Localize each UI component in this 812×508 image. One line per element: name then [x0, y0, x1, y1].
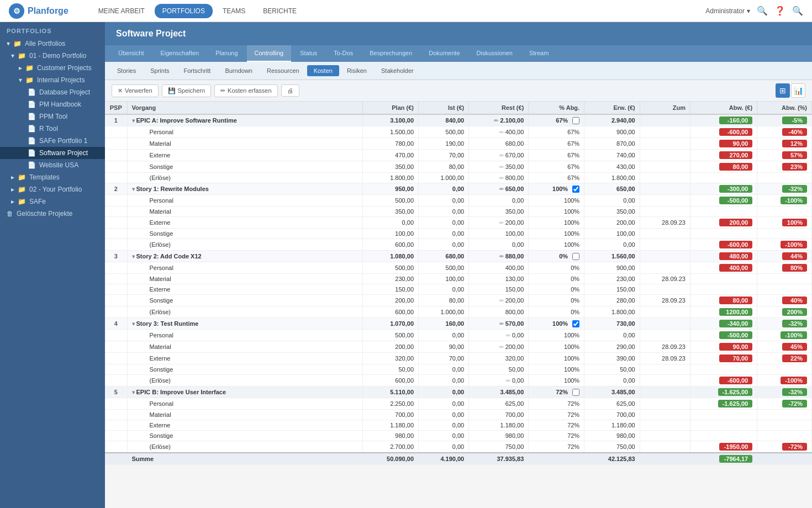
sidebar-item-02-your-portfolio[interactable]: ▸ 📁 02 - Your Portfolio	[0, 183, 105, 195]
tab-diskussionen[interactable]: Diskussionen	[469, 45, 520, 62]
erw-cell: 390,00	[584, 353, 640, 364]
pct-cell: 0%	[529, 306, 584, 318]
abw-pct-badge: -72%	[782, 400, 807, 408]
sidebar-item-pm-handbook[interactable]: 📄 PM Handbook	[0, 98, 105, 110]
rest-cell: 800,00	[469, 306, 529, 318]
total-zum	[640, 453, 690, 465]
erw-cell: 625,00	[584, 398, 640, 410]
completion-checkbox[interactable]	[572, 186, 579, 193]
abw-pct-badge: -32%	[782, 185, 807, 193]
sidebar-item-deleted[interactable]: 🗑 Gelöschte Projekte	[0, 208, 105, 220]
pct-cell: 0%	[529, 284, 584, 295]
vorgang-cell: ▾ Story 1: Rewrite Modules	[127, 183, 363, 195]
vorgang-cell: Personal	[127, 262, 363, 274]
subtab-burndown[interactable]: Burndown	[218, 65, 259, 76]
rest-cell: 0,00	[469, 239, 529, 251]
rest-cell: ✏ 0,00	[469, 375, 529, 387]
tab-ubersicht[interactable]: Übersicht	[110, 45, 151, 62]
sidebar-item-safe-portfolio-1[interactable]: 📄 SAFe Portfolio 1	[0, 135, 105, 147]
verwerfen-button[interactable]: ✕ Verwerfen	[112, 84, 159, 97]
vorgang-cell: Sonstige	[127, 229, 363, 239]
view-chart-button[interactable]: 📊	[791, 83, 805, 98]
expand-icon[interactable]: ▾	[132, 118, 135, 124]
psp-cell	[105, 150, 127, 161]
sidebar-item-customer-projects[interactable]: ▸ 📁 Customer Projects	[0, 62, 105, 74]
zum-cell	[640, 306, 690, 318]
completion-checkbox[interactable]	[572, 389, 579, 396]
abw-eur-cell: 200,00	[690, 217, 757, 229]
nav-teams[interactable]: TEAMS	[215, 4, 253, 18]
main-content: Software Project Übersicht Eigenschaften…	[105, 22, 812, 508]
psp-cell	[105, 375, 127, 387]
kosten-erfassen-button[interactable]: ✏ Kosten erfassen	[214, 84, 278, 97]
plan-cell: 1.500,00	[363, 126, 419, 138]
zum-cell	[640, 284, 690, 295]
settings-icon[interactable]: 🔍	[792, 6, 803, 16]
sidebar-item-01-demo[interactable]: ▾ 📁 01 - Demo Portfolio	[0, 50, 105, 62]
abw-pct-cell: 80%	[757, 262, 812, 274]
tab-controlling[interactable]: Controlling	[247, 45, 292, 62]
tab-status[interactable]: Status	[292, 45, 325, 62]
erw-cell: 100,00	[584, 229, 640, 239]
pencil-icon: ✏	[499, 186, 504, 192]
expand-icon[interactable]: ▾	[132, 253, 135, 260]
abw-eur-cell: 90,00	[690, 341, 757, 353]
ist-cell: 840,00	[419, 114, 469, 126]
subtab-fortschritt[interactable]: Fortschritt	[177, 65, 218, 76]
tab-stream[interactable]: Stream	[521, 45, 556, 62]
tab-planung[interactable]: Planung	[208, 45, 245, 62]
table-row: Material 700,00 0,00 700,00 72% 700,00	[105, 410, 812, 420]
nav-berichte[interactable]: BERICHTE	[255, 4, 304, 18]
subtab-ressourcen[interactable]: Ressourcen	[260, 65, 306, 76]
subtab-risiken[interactable]: Risiken	[340, 65, 373, 76]
sidebar-item-website-usa[interactable]: 📄 Website USA	[0, 159, 105, 171]
table-row: Sonstige 980,00 0,00 980,00 72% 980,00	[105, 431, 812, 441]
logo[interactable]: ⚙ Planforge	[9, 3, 68, 19]
sidebar-item-alle-portfolios[interactable]: ▾ 📁 Alle Portfolios	[0, 38, 105, 50]
completion-checkbox[interactable]	[572, 253, 579, 260]
expand-icon[interactable]: ▾	[132, 321, 135, 327]
plan-cell: 200,00	[363, 341, 419, 353]
abw-badge: -1950,00	[719, 443, 752, 451]
completion-checkbox[interactable]	[572, 320, 579, 327]
search-icon[interactable]: 🔍	[757, 6, 768, 16]
abw-pct-badge: -100%	[781, 331, 807, 339]
user-button[interactable]: Administrator ▾	[705, 7, 750, 15]
subtab-sprints[interactable]: Sprints	[144, 65, 176, 76]
completion-checkbox[interactable]	[572, 117, 579, 124]
rest-cell: ✏ 200,00	[469, 341, 529, 353]
nav-meine-arbeit[interactable]: MEINE ARBEIT	[91, 4, 152, 18]
subtab-kosten[interactable]: Kosten	[307, 65, 339, 76]
tab-besprechungen[interactable]: Besprechungen	[362, 45, 420, 62]
subtab-stories[interactable]: Stories	[110, 65, 143, 76]
nav-portfolios[interactable]: PORTFOLIOS	[155, 4, 213, 18]
expand-icon[interactable]: ▾	[132, 389, 135, 395]
expand-icon[interactable]: ▾	[132, 186, 135, 192]
print-button[interactable]: 🖨	[281, 84, 299, 97]
sidebar-item-templates[interactable]: ▸ 📁 Templates	[0, 171, 105, 183]
abw-badge: -1.625,00	[718, 388, 752, 396]
abw-eur-cell	[690, 431, 757, 441]
pct-cell: 0%	[529, 262, 584, 274]
abw-pct-cell	[757, 173, 812, 183]
psp-cell	[105, 239, 127, 251]
speichern-button[interactable]: 💾 Speichern	[162, 84, 212, 97]
total-pct	[529, 453, 584, 465]
ist-cell: 0,00	[419, 284, 469, 295]
erw-cell: 980,00	[584, 431, 640, 441]
sidebar-item-internal-projects[interactable]: ▾ 📁 Internal Projects	[0, 74, 105, 86]
help-icon[interactable]: ❓	[774, 6, 785, 16]
tab-todos[interactable]: To-Dos	[326, 45, 361, 62]
sidebar-item-r-tool[interactable]: 📄 R Tool	[0, 123, 105, 135]
sidebar-item-software-project[interactable]: 📄 Software Project	[0, 147, 105, 159]
tab-eigenschaften[interactable]: Eigenschaften	[152, 45, 207, 62]
view-table-button[interactable]: ⊞	[776, 83, 790, 98]
subtab-stakeholder[interactable]: Stakeholder	[375, 65, 420, 76]
sidebar-item-ppm-tool[interactable]: 📄 PPM Tool	[0, 110, 105, 123]
zum-cell: 28.09.23	[640, 341, 690, 353]
vorgang-cell: Externe	[127, 420, 363, 431]
sidebar-item-safe[interactable]: ▸ 📁 SAFe	[0, 195, 105, 208]
sidebar-item-database-project[interactable]: 📄 Database Project	[0, 86, 105, 98]
tab-dokumente[interactable]: Dokumente	[421, 45, 467, 62]
table-row: Externe 150,00 0,00 150,00 0% 150,00	[105, 284, 812, 295]
